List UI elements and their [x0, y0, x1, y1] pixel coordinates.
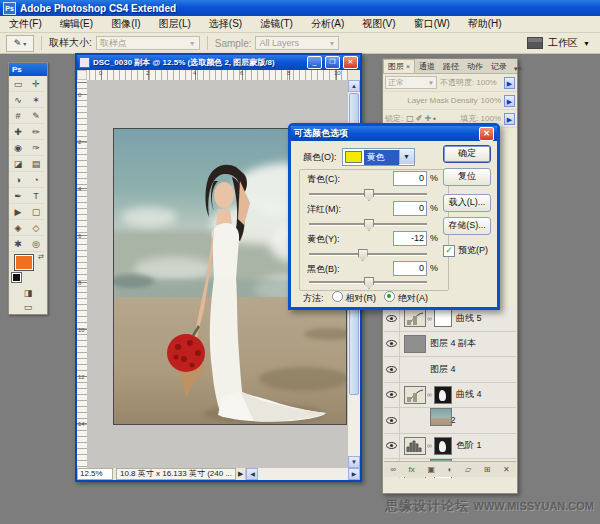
layer-mask-white[interactable] [434, 309, 452, 327]
foreground-color-swatch[interactable] [14, 254, 34, 271]
menu-view[interactable]: 视图(V) [353, 17, 404, 31]
save-button[interactable]: 存储(S)... [443, 217, 491, 235]
background-color-swatch[interactable] [11, 272, 22, 283]
dialog-title-bar[interactable]: 可选颜色选项 ✕ [291, 126, 497, 141]
screen-mode-button[interactable]: ▭ [9, 300, 47, 314]
tab-actions[interactable]: 动作 [463, 60, 487, 73]
layer-mask-dark[interactable] [434, 437, 452, 455]
toolbox-title[interactable]: Ps [9, 63, 47, 76]
link-layers-icon[interactable]: ∞ [390, 465, 396, 474]
menu-filter[interactable]: 滤镜(T) [251, 17, 302, 31]
sample-size-select[interactable]: 取样点 ▼ [96, 36, 200, 50]
delete-layer-icon[interactable]: ✕ [503, 465, 510, 474]
scroll-up-icon[interactable]: ▲ [348, 80, 360, 92]
method-absolute-radio[interactable]: 绝对(A) [384, 291, 428, 305]
rectangular-marquee-tool[interactable]: ▭ [9, 76, 27, 92]
scroll-down-icon[interactable]: ▼ [348, 456, 360, 468]
visibility-toggle[interactable] [384, 357, 400, 382]
close-icon[interactable]: × [406, 63, 410, 70]
curves-thumbnail[interactable] [404, 386, 426, 404]
workspace-switcher[interactable]: 工作区 ▼ [527, 35, 590, 51]
dodge-tool[interactable]: ◔ [27, 172, 45, 188]
close-button[interactable]: ✕ [343, 56, 358, 69]
maximize-button[interactable]: ❐ [325, 56, 340, 69]
swap-colors-icon[interactable]: ⇄ [38, 253, 44, 261]
minimize-button[interactable]: _ [307, 56, 322, 69]
layer-row[interactable]: ∞ 曲线 4 [384, 383, 516, 409]
lock-transparency-icon[interactable]: ▢ [406, 114, 414, 123]
shape-tool[interactable]: ▢ [27, 204, 45, 220]
eyedropper-tool[interactable]: ✎ [27, 108, 45, 124]
lock-all-icon[interactable]: ▪ [433, 114, 436, 123]
layer-name[interactable]: 图层 4 [430, 363, 456, 376]
ok-button[interactable]: 确定 [443, 145, 491, 163]
checkbox-icon[interactable]: ✓ [443, 245, 455, 257]
layer-row[interactable]: 图层 4 副本 [384, 332, 516, 358]
gradient-tool[interactable]: ▤ [27, 156, 45, 172]
lock-position-icon[interactable]: ✛ [425, 114, 432, 123]
visibility-toggle[interactable] [384, 434, 400, 459]
panel-menu-icon[interactable]: ▾≡ [511, 65, 525, 73]
layer-row[interactable]: 图层 4 [384, 357, 516, 383]
status-arrow-icon[interactable]: ▶ [238, 470, 243, 478]
layer-thumbnail[interactable] [404, 335, 426, 353]
move-tool[interactable]: ✛ [27, 76, 45, 92]
clone-stamp-tool[interactable]: ◉ [9, 140, 27, 156]
reset-button[interactable]: 复位 [443, 168, 491, 186]
layer-name[interactable]: 曲线 5 [456, 312, 482, 325]
scroll-left-icon[interactable]: ◀ [246, 468, 258, 480]
mask-density-spinner[interactable]: ▶ [504, 95, 515, 107]
tab-channels[interactable]: 通道 [415, 60, 439, 73]
magic-wand-tool[interactable]: ✶ [27, 92, 45, 108]
close-icon[interactable]: ✕ [479, 127, 494, 141]
cyan-slider[interactable] [309, 189, 427, 199]
document-title-bar[interactable]: DSC_0030 副本 @ 12.5% (选取颜色 2, 图层蒙版/8) _ ❐… [77, 55, 360, 70]
tab-history[interactable]: 记录 [487, 60, 511, 73]
yellow-slider[interactable] [309, 249, 427, 259]
magenta-value-field[interactable]: 0 [393, 201, 427, 216]
3d-rotate-tool[interactable]: ◈ [9, 220, 27, 236]
pen-tool[interactable]: ✒ [9, 188, 27, 204]
horizontal-scrollbar[interactable]: ◀ ▶ [245, 468, 360, 480]
layer-name[interactable]: 图层 4 副本 [430, 337, 476, 350]
type-tool[interactable]: T [27, 188, 45, 204]
history-brush-tool[interactable]: ✑ [27, 140, 45, 156]
method-relative-radio[interactable]: 相对(R) [332, 291, 377, 305]
path-selection-tool[interactable]: ▶ [9, 204, 27, 220]
tab-paths[interactable]: 路径 [439, 60, 463, 73]
black-slider[interactable] [309, 277, 427, 287]
fill-spinner[interactable]: ▶ [504, 113, 515, 125]
lock-pixels-icon[interactable]: ✐ [416, 114, 423, 123]
chevron-down-icon[interactable]: ▼ [399, 150, 414, 164]
cyan-value-field[interactable]: 0 [393, 171, 427, 186]
color-select[interactable]: 黄色 ▼ [342, 148, 415, 166]
menu-file[interactable]: 文件(F) [0, 17, 51, 31]
blend-mode-select[interactable]: 正常 ▼ [385, 76, 437, 89]
eraser-tool[interactable]: ◪ [9, 156, 27, 172]
load-button[interactable]: 载入(L)... [443, 194, 491, 212]
3d-orbit-tool[interactable]: ◇ [27, 220, 45, 236]
visibility-toggle[interactable] [384, 332, 400, 357]
zoom-tool[interactable]: ◎ [27, 236, 45, 252]
sample-select[interactable]: All Layers ▼ [255, 36, 339, 50]
visibility-toggle[interactable] [384, 383, 400, 408]
layer-style-icon[interactable]: fx [409, 465, 415, 474]
menu-analysis[interactable]: 分析(A) [302, 17, 353, 31]
preview-checkbox-row[interactable]: ✓ 预览(P) [443, 244, 491, 257]
layer-mask-black[interactable] [434, 386, 452, 404]
add-mask-icon[interactable]: ▣ [427, 465, 435, 474]
new-layer-icon[interactable]: ⊞ [484, 465, 491, 474]
eyedropper-tool-preset[interactable]: ✎▾ [6, 35, 34, 52]
opacity-spinner[interactable]: ▶ [504, 77, 515, 89]
curves-thumbnail[interactable] [404, 309, 426, 327]
levels-thumbnail[interactable] [404, 437, 426, 455]
black-value-field[interactable]: 0 [393, 261, 427, 276]
menu-image[interactable]: 图像(I) [102, 17, 149, 31]
layer-group-icon[interactable]: ▱ [465, 465, 471, 474]
layer-thumbnail[interactable] [430, 408, 452, 426]
layer-name[interactable]: 色阶 1 [456, 439, 482, 452]
visibility-toggle[interactable] [384, 408, 400, 433]
brush-tool[interactable]: ✏ [27, 124, 45, 140]
menu-window[interactable]: 窗口(W) [405, 17, 459, 31]
crop-tool[interactable]: # [9, 108, 27, 124]
